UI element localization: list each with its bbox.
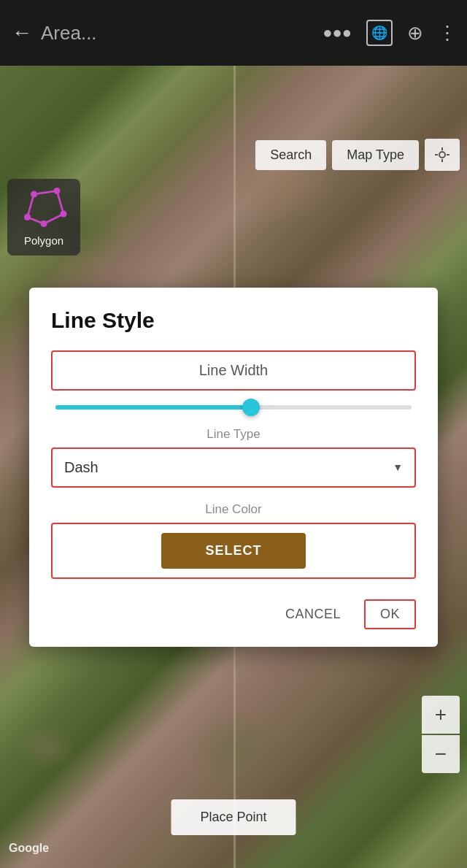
line-style-dialog: Line Style Line Width Line Type Dash ▼ L… bbox=[29, 288, 438, 647]
slider-fill bbox=[55, 405, 251, 410]
ok-button[interactable]: OK bbox=[364, 599, 416, 629]
search-icon[interactable]: ●●● bbox=[323, 23, 352, 42]
dialog-actions: CANCEL OK bbox=[51, 599, 416, 629]
page-title: Area... bbox=[41, 22, 323, 45]
dialog-title: Line Style bbox=[51, 308, 416, 333]
line-color-label: Line Color bbox=[51, 502, 416, 517]
line-width-slider[interactable] bbox=[51, 405, 416, 410]
dropdown-arrow-icon: ▼ bbox=[393, 461, 403, 473]
modal-overlay: Line Style Line Width Line Type Dash ▼ L… bbox=[0, 66, 467, 868]
line-width-text: Line Width bbox=[199, 362, 269, 378]
top-navigation-bar: ← Area... ●●● 🌐 ⊕ ⋮ bbox=[0, 0, 467, 66]
select-color-button[interactable]: SELECT bbox=[161, 533, 305, 569]
map-background: Search Map Type Polygon + − Place bbox=[0, 66, 467, 868]
back-button[interactable]: ← bbox=[12, 21, 32, 45]
line-type-select[interactable]: Dash ▼ bbox=[51, 448, 416, 488]
more-options-icon[interactable]: ⋮ bbox=[438, 22, 455, 45]
line-color-box: SELECT bbox=[51, 523, 416, 579]
cancel-button[interactable]: CANCEL bbox=[274, 601, 352, 628]
line-type-label: Line Type bbox=[51, 427, 416, 442]
line-width-field[interactable]: Line Width bbox=[51, 350, 416, 391]
zoom-plus-icon[interactable]: ⊕ bbox=[407, 22, 423, 45]
top-bar-icons: ●●● 🌐 ⊕ ⋮ bbox=[323, 20, 455, 46]
line-type-value: Dash bbox=[64, 459, 99, 476]
globe-icon[interactable]: 🌐 bbox=[366, 20, 393, 46]
slider-thumb[interactable] bbox=[242, 399, 260, 416]
slider-track bbox=[55, 405, 412, 410]
